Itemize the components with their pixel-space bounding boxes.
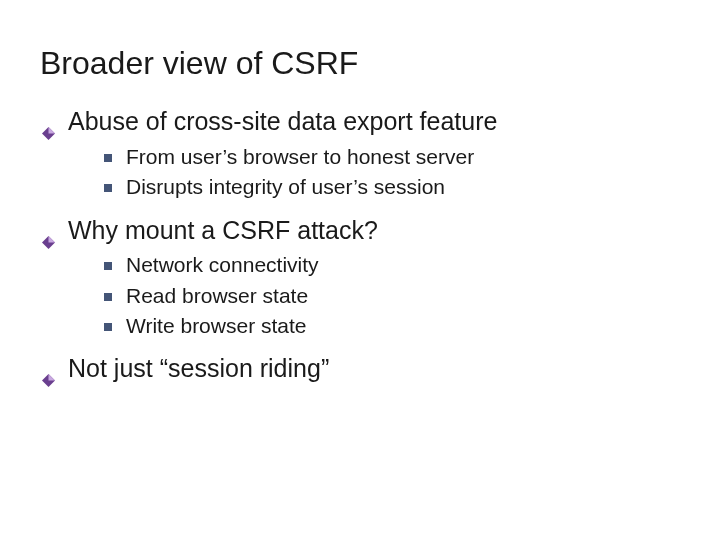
diamond-icon [42, 115, 55, 128]
svg-marker-5 [49, 374, 56, 381]
slide: Broader view of CSRF Abuse of cross-site… [0, 0, 720, 386]
square-icon [104, 154, 112, 162]
bullet-list: Abuse of cross-site data export feature … [40, 105, 680, 386]
square-icon [104, 262, 112, 270]
sub-bullet-text: Disrupts integrity of user’s session [126, 175, 445, 198]
list-item: Not just “session riding” [40, 352, 680, 386]
svg-marker-3 [49, 236, 56, 243]
bullet-text: Why mount a CSRF attack? [68, 216, 378, 244]
square-icon [104, 293, 112, 301]
list-item: Disrupts integrity of user’s session [102, 173, 680, 201]
bullet-text: Abuse of cross-site data export feature [68, 107, 497, 135]
list-item: Write browser state [102, 312, 680, 340]
list-item: From user’s browser to honest server [102, 143, 680, 171]
sub-list: Network connectivity Read browser state … [102, 251, 680, 340]
sub-bullet-text: Network connectivity [126, 253, 319, 276]
square-icon [104, 323, 112, 331]
sub-list: From user’s browser to honest server Dis… [102, 143, 680, 202]
sub-bullet-text: Read browser state [126, 284, 308, 307]
list-item: Read browser state [102, 282, 680, 310]
list-item: Why mount a CSRF attack? Network connect… [40, 214, 680, 341]
square-icon [104, 184, 112, 192]
list-item: Network connectivity [102, 251, 680, 279]
sub-bullet-text: From user’s browser to honest server [126, 145, 474, 168]
slide-title: Broader view of CSRF [40, 46, 680, 81]
svg-marker-1 [49, 127, 56, 134]
list-item: Abuse of cross-site data export feature … [40, 105, 680, 201]
sub-bullet-text: Write browser state [126, 314, 307, 337]
diamond-icon [42, 362, 55, 375]
bullet-text: Not just “session riding” [68, 354, 329, 382]
diamond-icon [42, 224, 55, 237]
